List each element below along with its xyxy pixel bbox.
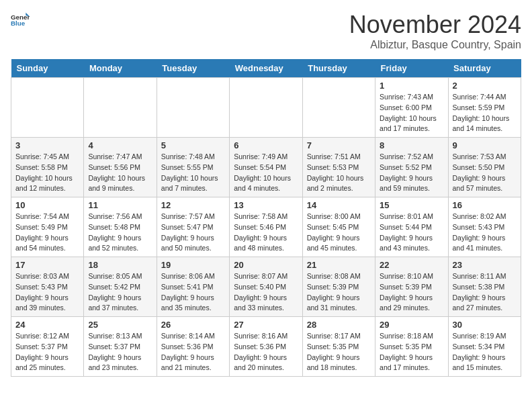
day-info: Sunrise: 7:58 AMSunset: 5:46 PMDaylight:… <box>234 212 298 254</box>
day-info: Sunrise: 8:13 AMSunset: 5:37 PMDaylight:… <box>88 331 152 373</box>
day-number: 7 <box>307 140 371 150</box>
header-monday: Monday <box>84 59 157 78</box>
calendar-cell: 29Sunrise: 8:18 AMSunset: 5:35 PMDayligh… <box>375 317 448 377</box>
calendar-cell: 2Sunrise: 7:44 AMSunset: 5:59 PMDaylight… <box>448 78 521 138</box>
calendar-week-3: 10Sunrise: 7:54 AMSunset: 5:49 PMDayligh… <box>11 197 521 257</box>
day-number: 10 <box>15 200 79 210</box>
day-info: Sunrise: 7:53 AMSunset: 5:50 PMDaylight:… <box>453 152 517 194</box>
day-info: Sunrise: 7:52 AMSunset: 5:52 PMDaylight:… <box>380 152 443 194</box>
calendar-cell: 19Sunrise: 8:06 AMSunset: 5:41 PMDayligh… <box>157 257 229 317</box>
day-info: Sunrise: 7:48 AMSunset: 5:55 PMDaylight:… <box>161 152 225 194</box>
header-thursday: Thursday <box>302 59 375 78</box>
calendar-cell: 28Sunrise: 8:17 AMSunset: 5:35 PMDayligh… <box>302 317 375 377</box>
day-number: 3 <box>15 140 79 150</box>
calendar-cell: 14Sunrise: 8:00 AMSunset: 5:45 PMDayligh… <box>302 197 375 257</box>
day-info: Sunrise: 7:57 AMSunset: 5:47 PMDaylight:… <box>161 212 225 254</box>
day-number: 6 <box>234 140 298 150</box>
day-info: Sunrise: 7:45 AMSunset: 5:58 PMDaylight:… <box>15 152 79 194</box>
calendar-cell: 20Sunrise: 8:07 AMSunset: 5:40 PMDayligh… <box>230 257 302 317</box>
day-number: 30 <box>453 320 517 330</box>
month-title: November 2024 <box>349 11 521 39</box>
day-number: 12 <box>161 200 225 210</box>
calendar-cell: 17Sunrise: 8:03 AMSunset: 5:43 PMDayligh… <box>11 257 84 317</box>
day-number: 25 <box>88 320 152 330</box>
day-number: 16 <box>453 200 517 210</box>
day-number: 13 <box>234 200 298 210</box>
day-info: Sunrise: 8:08 AMSunset: 5:39 PMDaylight:… <box>307 271 371 314</box>
day-number: 23 <box>453 260 517 270</box>
day-info: Sunrise: 7:43 AMSunset: 6:00 PMDaylight:… <box>380 92 443 134</box>
calendar-cell: 4Sunrise: 7:47 AMSunset: 5:56 PMDaylight… <box>84 138 157 197</box>
day-number: 19 <box>161 260 225 270</box>
day-number: 27 <box>234 320 298 330</box>
page-header: General Blue November 2024 Albiztur, Bas… <box>11 11 521 51</box>
day-info: Sunrise: 8:17 AMSunset: 5:35 PMDaylight:… <box>307 331 371 373</box>
calendar-cell: 7Sunrise: 7:51 AMSunset: 5:53 PMDaylight… <box>302 138 375 197</box>
day-number: 5 <box>161 140 225 150</box>
calendar-week-1: 1Sunrise: 7:43 AMSunset: 6:00 PMDaylight… <box>11 78 521 138</box>
day-info: Sunrise: 8:00 AMSunset: 5:45 PMDaylight:… <box>307 212 371 254</box>
day-number: 22 <box>380 260 443 270</box>
calendar-cell: 3Sunrise: 7:45 AMSunset: 5:58 PMDaylight… <box>11 138 84 197</box>
svg-text:Blue: Blue <box>11 19 26 27</box>
calendar-cell: 8Sunrise: 7:52 AMSunset: 5:52 PMDaylight… <box>375 138 448 197</box>
calendar-week-2: 3Sunrise: 7:45 AMSunset: 5:58 PMDaylight… <box>11 138 521 197</box>
day-info: Sunrise: 7:49 AMSunset: 5:54 PMDaylight:… <box>234 152 298 194</box>
day-info: Sunrise: 8:02 AMSunset: 5:43 PMDaylight:… <box>453 212 517 254</box>
day-number: 15 <box>380 200 443 210</box>
calendar-cell: 5Sunrise: 7:48 AMSunset: 5:55 PMDaylight… <box>157 138 229 197</box>
header-row: Sunday Monday Tuesday Wednesday Thursday… <box>11 59 521 78</box>
header-friday: Friday <box>375 59 448 78</box>
calendar-week-4: 17Sunrise: 8:03 AMSunset: 5:43 PMDayligh… <box>11 257 521 317</box>
day-number: 2 <box>453 81 517 91</box>
calendar-cell: 24Sunrise: 8:12 AMSunset: 5:37 PMDayligh… <box>11 317 84 377</box>
day-number: 11 <box>88 200 152 210</box>
calendar-cell <box>230 78 302 138</box>
day-info: Sunrise: 8:03 AMSunset: 5:43 PMDaylight:… <box>15 271 79 314</box>
calendar-cell: 11Sunrise: 7:56 AMSunset: 5:48 PMDayligh… <box>84 197 157 257</box>
day-info: Sunrise: 8:11 AMSunset: 5:38 PMDaylight:… <box>453 271 517 314</box>
calendar-cell <box>302 78 375 138</box>
calendar-cell <box>157 78 229 138</box>
calendar-table: Sunday Monday Tuesday Wednesday Thursday… <box>11 59 521 377</box>
day-info: Sunrise: 8:05 AMSunset: 5:42 PMDaylight:… <box>88 271 152 314</box>
day-number: 28 <box>307 320 371 330</box>
day-number: 9 <box>453 140 517 150</box>
calendar-cell: 27Sunrise: 8:16 AMSunset: 5:36 PMDayligh… <box>230 317 302 377</box>
header-tuesday: Tuesday <box>157 59 229 78</box>
calendar-cell: 22Sunrise: 8:10 AMSunset: 5:39 PMDayligh… <box>375 257 448 317</box>
day-number: 21 <box>307 260 371 270</box>
day-number: 18 <box>88 260 152 270</box>
calendar-cell: 1Sunrise: 7:43 AMSunset: 6:00 PMDaylight… <box>375 78 448 138</box>
header-wednesday: Wednesday <box>230 59 302 78</box>
day-info: Sunrise: 8:07 AMSunset: 5:40 PMDaylight:… <box>234 271 298 314</box>
day-info: Sunrise: 7:56 AMSunset: 5:48 PMDaylight:… <box>88 212 152 254</box>
calendar-cell: 10Sunrise: 7:54 AMSunset: 5:49 PMDayligh… <box>11 197 84 257</box>
day-info: Sunrise: 8:10 AMSunset: 5:39 PMDaylight:… <box>380 271 443 314</box>
header-sunday: Sunday <box>11 59 84 78</box>
day-number: 4 <box>88 140 152 150</box>
location-title: Albiztur, Basque Country, Spain <box>349 39 521 51</box>
day-info: Sunrise: 8:06 AMSunset: 5:41 PMDaylight:… <box>161 271 225 314</box>
day-info: Sunrise: 8:19 AMSunset: 5:34 PMDaylight:… <box>453 331 517 373</box>
generalblue-logo-icon: General Blue <box>11 11 30 30</box>
day-number: 17 <box>15 260 79 270</box>
day-info: Sunrise: 7:44 AMSunset: 5:59 PMDaylight:… <box>453 92 517 134</box>
calendar-cell: 9Sunrise: 7:53 AMSunset: 5:50 PMDaylight… <box>448 138 521 197</box>
calendar-cell: 15Sunrise: 8:01 AMSunset: 5:44 PMDayligh… <box>375 197 448 257</box>
logo: General Blue <box>11 11 30 30</box>
day-info: Sunrise: 8:01 AMSunset: 5:44 PMDaylight:… <box>380 212 443 254</box>
day-info: Sunrise: 7:47 AMSunset: 5:56 PMDaylight:… <box>88 152 152 194</box>
title-area: November 2024 Albiztur, Basque Country, … <box>349 11 521 51</box>
day-info: Sunrise: 7:54 AMSunset: 5:49 PMDaylight:… <box>15 212 79 254</box>
calendar-body: 1Sunrise: 7:43 AMSunset: 6:00 PMDaylight… <box>11 78 521 377</box>
day-number: 8 <box>380 140 443 150</box>
calendar-cell: 26Sunrise: 8:14 AMSunset: 5:36 PMDayligh… <box>157 317 229 377</box>
calendar-cell: 21Sunrise: 8:08 AMSunset: 5:39 PMDayligh… <box>302 257 375 317</box>
day-number: 26 <box>161 320 225 330</box>
day-info: Sunrise: 8:18 AMSunset: 5:35 PMDaylight:… <box>380 331 443 373</box>
calendar-cell: 30Sunrise: 8:19 AMSunset: 5:34 PMDayligh… <box>448 317 521 377</box>
calendar-cell: 23Sunrise: 8:11 AMSunset: 5:38 PMDayligh… <box>448 257 521 317</box>
day-number: 14 <box>307 200 371 210</box>
day-number: 20 <box>234 260 298 270</box>
